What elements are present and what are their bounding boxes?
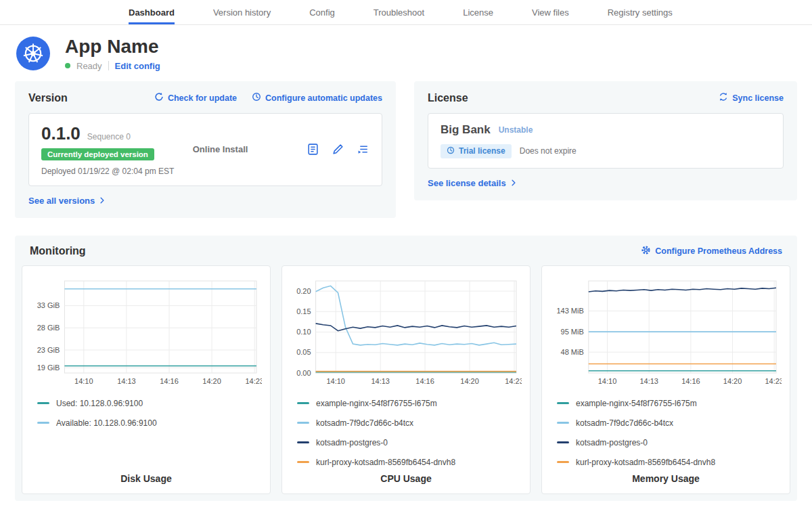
- legend-label: Available: 10.128.0.96:9100: [56, 418, 157, 428]
- kots-admin-console: Dashboard Version history Config Trouble…: [0, 0, 812, 501]
- svg-text:14:16: 14:16: [415, 377, 434, 385]
- status-dot: [65, 63, 70, 68]
- legend-label: kurl-proxy-kotsadm-8569fb6454-dnvh8: [316, 458, 455, 467]
- tab-view-files[interactable]: View files: [532, 0, 569, 24]
- tab-dashboard[interactable]: Dashboard: [129, 0, 175, 24]
- svg-text:95 MiB: 95 MiB: [561, 327, 584, 335]
- cpu-usage-chart: 0.000.050.100.150.2014:1014:1314:1614:20…: [281, 265, 531, 494]
- disk-usage-plot: 19 GiB23 GiB28 GiB33 GiB14:1014:1314:161…: [30, 274, 262, 389]
- sequence-label: Sequence 0: [87, 132, 131, 141]
- svg-text:14:10: 14:10: [326, 377, 345, 385]
- svg-text:19 GiB: 19 GiB: [37, 363, 60, 371]
- memory-usage-chart: 48 MiB95 MiB143 MiB14:1014:1314:1614:201…: [541, 265, 790, 494]
- legend-item: example-nginx-54f8f76755-l675m: [297, 399, 522, 408]
- sync-icon: [719, 92, 728, 104]
- version-card-title: Version: [28, 92, 68, 104]
- top-nav: Dashboard Version history Config Trouble…: [0, 0, 812, 25]
- legend-swatch: [297, 441, 309, 443]
- sync-license-link[interactable]: Sync license: [719, 92, 784, 104]
- legend-swatch: [37, 422, 49, 424]
- legend-swatch: [557, 461, 569, 463]
- legend-label: kotsadm-postgres-0: [316, 438, 388, 447]
- memory-usage-legend: example-nginx-54f8f76755-l675mkotsadm-7f…: [550, 399, 782, 467]
- svg-text:14:13: 14:13: [371, 377, 390, 385]
- tab-config[interactable]: Config: [309, 0, 335, 24]
- svg-text:14:10: 14:10: [598, 377, 617, 385]
- configure-prometheus-link[interactable]: Configure Prometheus Address: [641, 245, 782, 257]
- svg-text:14:23: 14:23: [765, 377, 782, 385]
- svg-text:0.20: 0.20: [296, 286, 311, 294]
- svg-text:0.05: 0.05: [296, 348, 311, 356]
- cpu-usage-legend: example-nginx-54f8f76755-l675mkotsadm-7f…: [290, 399, 522, 467]
- legend-label: kotsadm-7f9dc7d66c-b4tcx: [576, 418, 673, 428]
- configure-automatic-updates-link[interactable]: Configure automatic updates: [252, 92, 382, 104]
- legend-item: example-nginx-54f8f76755-l675m: [557, 399, 782, 408]
- tab-license[interactable]: License: [463, 0, 493, 24]
- see-all-versions-link[interactable]: See all versions: [28, 196, 106, 206]
- kubernetes-logo-icon: [16, 37, 50, 70]
- status-text: Ready: [76, 61, 102, 71]
- monitoring-card: Monitoring Configure Prometheus Address …: [15, 236, 797, 501]
- app-title: App Name: [65, 37, 160, 58]
- svg-text:14:20: 14:20: [460, 377, 479, 385]
- legend-label: kotsadm-postgres-0: [576, 438, 648, 447]
- legend-label: kurl-proxy-kotsadm-8569fb6454-dnvh8: [576, 458, 715, 467]
- customer-name: Big Bank: [441, 123, 491, 137]
- monitoring-title: Monitoring: [30, 245, 86, 257]
- disk-usage-chart: 19 GiB23 GiB28 GiB33 GiB14:1014:1314:161…: [22, 265, 271, 494]
- current-version-box: 0.1.0 Sequence 0 Currently deployed vers…: [28, 113, 382, 186]
- legend-item: Used: 10.128.0.96:9100: [37, 399, 262, 408]
- memory-usage-plot: 48 MiB95 MiB143 MiB14:1014:1314:1614:201…: [550, 274, 782, 389]
- svg-text:28 GiB: 28 GiB: [37, 324, 60, 332]
- chart-title: CPU Usage: [290, 468, 522, 484]
- license-expiration: Does not expire: [520, 146, 577, 156]
- check-for-update-link[interactable]: Check for update: [154, 92, 237, 104]
- deploy-logs-icon[interactable]: [357, 143, 369, 156]
- svg-text:14:16: 14:16: [160, 377, 179, 385]
- legend-label: Used: 10.128.0.96:9100: [56, 399, 143, 408]
- tab-version-history[interactable]: Version history: [213, 0, 271, 24]
- cpu-usage-plot: 0.000.050.100.150.2014:1014:1314:1614:20…: [290, 274, 522, 389]
- chevron-right-icon: [99, 196, 106, 206]
- svg-text:14:23: 14:23: [505, 377, 522, 385]
- channel-label: Unstable: [499, 125, 533, 135]
- svg-text:14:13: 14:13: [117, 377, 136, 385]
- legend-item: kurl-proxy-kotsadm-8569fb6454-dnvh8: [297, 458, 522, 467]
- license-box: Big Bank Unstable Trial license Does not…: [428, 113, 784, 169]
- svg-text:48 MiB: 48 MiB: [561, 347, 584, 355]
- auto-update-clock-icon: [252, 92, 261, 104]
- gear-icon: [641, 245, 651, 257]
- trial-license-badge: Trial license: [441, 144, 512, 158]
- legend-label: kotsadm-7f9dc7d66c-b4tcx: [316, 418, 413, 428]
- svg-text:0.10: 0.10: [296, 328, 311, 336]
- legend-swatch: [557, 441, 569, 443]
- legend-swatch: [557, 422, 569, 424]
- svg-text:143 MiB: 143 MiB: [556, 307, 583, 315]
- svg-text:23 GiB: 23 GiB: [37, 345, 60, 353]
- release-notes-icon[interactable]: [307, 143, 319, 156]
- chart-title: Disk Usage: [30, 468, 262, 484]
- svg-text:14:20: 14:20: [202, 377, 221, 385]
- svg-text:14:20: 14:20: [723, 377, 742, 385]
- chevron-right-icon: [510, 178, 517, 188]
- version-card: Version Check for update Configure autom…: [15, 81, 396, 218]
- legend-item: kurl-proxy-kotsadm-8569fb6454-dnvh8: [557, 458, 782, 467]
- edit-config-link[interactable]: Edit config: [115, 61, 160, 71]
- legend-item: Available: 10.128.0.96:9100: [37, 418, 262, 428]
- app-header: App Name Ready Edit config: [0, 25, 812, 81]
- divider: [108, 61, 109, 70]
- legend-item: kotsadm-postgres-0: [297, 438, 522, 447]
- edit-version-config-icon[interactable]: [332, 143, 344, 156]
- svg-text:14:13: 14:13: [639, 377, 658, 385]
- svg-text:0.00: 0.00: [296, 368, 311, 376]
- chart-title: Memory Usage: [550, 468, 782, 484]
- tab-registry-settings[interactable]: Registry settings: [608, 0, 673, 24]
- clock-icon: [447, 146, 455, 156]
- license-card: License Sync license Big Bank Unstable T…: [414, 81, 797, 200]
- charts-row: 19 GiB23 GiB28 GiB33 GiB14:1014:1314:161…: [22, 265, 790, 494]
- svg-text:33 GiB: 33 GiB: [37, 301, 60, 309]
- tab-troubleshoot[interactable]: Troubleshoot: [374, 0, 424, 24]
- deployed-timestamp: Deployed 01/19/22 @ 02:04 pm EST: [41, 167, 171, 176]
- see-license-details-link[interactable]: See license details: [428, 178, 517, 188]
- refresh-icon: [154, 92, 164, 104]
